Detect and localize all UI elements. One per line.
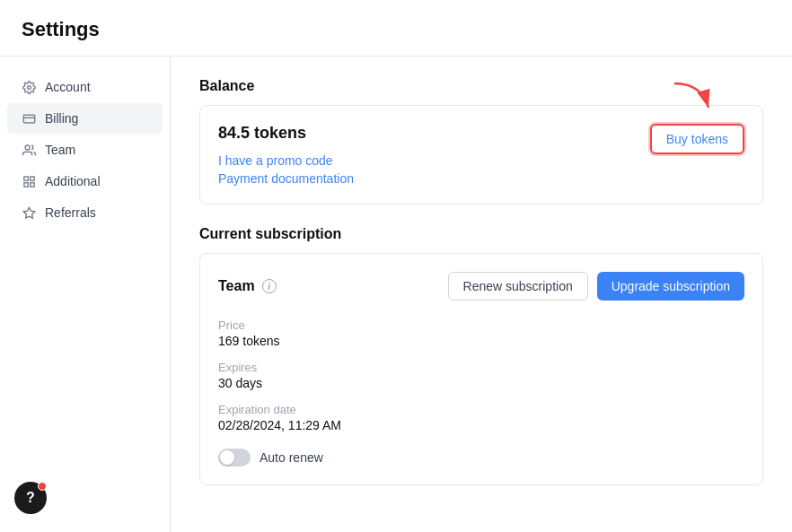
svg-rect-5	[30, 176, 33, 179]
auto-renew-label: Auto renew	[260, 450, 323, 465]
payment-docs-link[interactable]: Payment documentation	[218, 171, 744, 186]
sidebar-item-billing-label: Billing	[45, 111, 78, 126]
subscription-details: Price 169 tokens Expires 30 days Expirat…	[218, 318, 744, 467]
subscription-name: Team	[218, 278, 255, 294]
billing-icon	[22, 111, 36, 126]
expiration-date-label: Expiration date	[218, 403, 744, 416]
auto-renew-row: Auto renew	[218, 449, 744, 467]
main-content: Balance 84.5 tokens I have a promo code …	[171, 57, 792, 532]
expires-group: Expires 30 days	[218, 361, 744, 390]
sidebar-item-additional-label: Additional	[45, 174, 101, 188]
layout: Account Billing Team	[0, 57, 792, 532]
subscription-title-row: Team i	[218, 278, 277, 294]
price-value: 169 tokens	[218, 334, 280, 348]
sidebar-item-team[interactable]: Team	[7, 135, 163, 165]
sidebar-item-additional[interactable]: Additional	[7, 166, 163, 196]
balance-links: I have a promo code Payment documentatio…	[218, 153, 744, 186]
svg-rect-6	[23, 182, 27, 186]
subscription-card: Team i Renew subscription Upgrade subscr…	[199, 253, 763, 485]
price-label: Price	[218, 318, 744, 332]
auto-renew-toggle[interactable]	[218, 449, 251, 467]
help-button[interactable]: ?	[14, 482, 47, 514]
grid-icon	[22, 174, 36, 188]
sidebar-item-team-label: Team	[45, 143, 75, 157]
sidebar-item-referrals-label: Referrals	[45, 205, 96, 220]
sidebar-item-account[interactable]: Account	[7, 72, 163, 102]
svg-marker-8	[23, 207, 35, 218]
svg-point-3	[25, 144, 30, 149]
subscription-header: Team i Renew subscription Upgrade subscr…	[218, 272, 744, 301]
renew-subscription-button[interactable]: Renew subscription	[448, 272, 588, 301]
promo-code-link[interactable]: I have a promo code	[218, 153, 744, 168]
subscription-section-title: Current subscription	[199, 226, 763, 242]
svg-point-0	[27, 85, 31, 89]
team-icon	[22, 143, 36, 157]
star-icon	[22, 205, 36, 220]
expiration-date-value: 02/28/2024, 11:29 AM	[218, 418, 341, 432]
sidebar-item-billing[interactable]: Billing	[7, 103, 163, 134]
balance-section-title: Balance	[199, 78, 763, 94]
sidebar: Account Billing Team	[0, 57, 171, 532]
sidebar-item-referrals[interactable]: Referrals	[7, 197, 163, 228]
svg-rect-1	[23, 115, 35, 123]
help-notification-badge	[38, 482, 47, 491]
gear-icon	[22, 80, 36, 94]
svg-rect-7	[30, 182, 33, 186]
subscription-actions: Renew subscription Upgrade subscription	[448, 272, 744, 301]
page-title: Settings	[22, 18, 770, 41]
help-icon: ?	[26, 490, 35, 506]
sidebar-item-account-label: Account	[45, 80, 91, 94]
price-group: Price 169 tokens	[218, 318, 744, 348]
expires-value: 30 days	[218, 376, 262, 390]
expires-label: Expires	[218, 361, 744, 374]
upgrade-subscription-button[interactable]: Upgrade subscription	[597, 272, 744, 301]
info-icon[interactable]: i	[262, 279, 277, 293]
expiration-date-group: Expiration date 02/28/2024, 11:29 AM	[218, 403, 744, 432]
svg-rect-4	[23, 176, 27, 179]
page-header: Settings	[0, 0, 792, 57]
buy-tokens-button[interactable]: Buy tokens	[650, 124, 744, 154]
balance-card: 84.5 tokens I have a promo code Payment …	[199, 105, 763, 205]
